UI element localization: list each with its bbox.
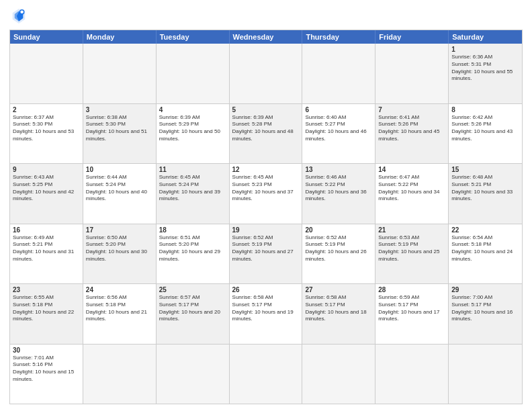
calendar-cell-empty [10, 44, 83, 103]
day-number: 25 [159, 286, 226, 293]
calendar-cell-empty [302, 345, 375, 404]
cell-sun-info: Sunrise: 6:49 AM Sunset: 5:21 PM Dayligh… [13, 234, 80, 263]
weekday-header-tuesday: Tuesday [157, 30, 230, 44]
weekday-header-friday: Friday [375, 30, 449, 44]
day-number: 27 [305, 286, 372, 293]
calendar-cell-12: 12Sunrise: 6:45 AM Sunset: 5:23 PM Dayli… [230, 164, 303, 224]
cell-sun-info: Sunrise: 6:53 AM Sunset: 5:19 PM Dayligh… [378, 234, 445, 263]
calendar-cell-17: 17Sunrise: 6:50 AM Sunset: 5:20 PM Dayli… [83, 224, 157, 284]
cell-sun-info: Sunrise: 6:37 AM Sunset: 5:30 PM Dayligh… [13, 114, 80, 143]
cell-sun-info: Sunrise: 6:36 AM Sunset: 5:31 PM Dayligh… [451, 54, 519, 83]
calendar-cell-19: 19Sunrise: 6:52 AM Sunset: 5:19 PM Dayli… [230, 224, 303, 284]
calendar-cell-27: 27Sunrise: 6:58 AM Sunset: 5:17 PM Dayli… [302, 284, 375, 344]
calendar-cell-20: 20Sunrise: 6:52 AM Sunset: 5:19 PM Dayli… [302, 224, 375, 284]
calendar-cell-4: 4Sunrise: 6:39 AM Sunset: 5:29 PM Daylig… [157, 104, 230, 164]
day-number: 28 [378, 286, 445, 293]
calendar-cell-5: 5Sunrise: 6:39 AM Sunset: 5:28 PM Daylig… [230, 104, 303, 164]
calendar-row-3: 16Sunrise: 6:49 AM Sunset: 5:21 PM Dayli… [10, 224, 522, 284]
calendar-cell-28: 28Sunrise: 6:59 AM Sunset: 5:17 PM Dayli… [375, 284, 449, 344]
day-number: 2 [13, 106, 80, 113]
calendar-row-2: 9Sunrise: 6:43 AM Sunset: 5:25 PM Daylig… [10, 163, 522, 224]
calendar-row-5: 30Sunrise: 7:01 AM Sunset: 5:16 PM Dayli… [10, 344, 522, 404]
cell-sun-info: Sunrise: 6:45 AM Sunset: 5:23 PM Dayligh… [232, 174, 300, 203]
weekday-header-sunday: Sunday [10, 30, 83, 44]
svg-point-3 [20, 10, 24, 13]
calendar-row-0: 1Sunrise: 6:36 AM Sunset: 5:31 PM Daylig… [10, 44, 522, 103]
day-number: 8 [451, 106, 519, 113]
day-number: 6 [305, 106, 372, 113]
weekday-header-saturday: Saturday [449, 30, 522, 44]
page: SundayMondayTuesdayWednesdayThursdayFrid… [0, 0, 532, 411]
calendar-cell-1: 1Sunrise: 6:36 AM Sunset: 5:31 PM Daylig… [449, 44, 522, 103]
cell-sun-info: Sunrise: 6:51 AM Sunset: 5:20 PM Dayligh… [159, 234, 226, 263]
cell-sun-info: Sunrise: 6:39 AM Sunset: 5:28 PM Dayligh… [232, 114, 300, 143]
day-number: 3 [86, 106, 153, 113]
cell-sun-info: Sunrise: 6:59 AM Sunset: 5:17 PM Dayligh… [378, 294, 445, 323]
cell-sun-info: Sunrise: 6:44 AM Sunset: 5:24 PM Dayligh… [86, 174, 153, 203]
cell-sun-info: Sunrise: 6:47 AM Sunset: 5:22 PM Dayligh… [378, 174, 445, 203]
calendar-cell-18: 18Sunrise: 6:51 AM Sunset: 5:20 PM Dayli… [157, 224, 230, 284]
calendar-cell-24: 24Sunrise: 6:56 AM Sunset: 5:18 PM Dayli… [83, 284, 157, 344]
cell-sun-info: Sunrise: 6:58 AM Sunset: 5:17 PM Dayligh… [232, 294, 300, 323]
day-number: 10 [86, 166, 153, 173]
calendar-cell-7: 7Sunrise: 6:41 AM Sunset: 5:26 PM Daylig… [375, 104, 449, 164]
cell-sun-info: Sunrise: 6:39 AM Sunset: 5:29 PM Dayligh… [159, 114, 226, 143]
day-number: 26 [232, 286, 300, 293]
day-number: 11 [159, 166, 226, 173]
calendar-cell-23: 23Sunrise: 6:55 AM Sunset: 5:18 PM Dayli… [10, 284, 83, 344]
cell-sun-info: Sunrise: 6:58 AM Sunset: 5:17 PM Dayligh… [305, 294, 372, 323]
day-number: 17 [86, 226, 153, 234]
cell-sun-info: Sunrise: 6:38 AM Sunset: 5:30 PM Dayligh… [86, 114, 153, 143]
cell-sun-info: Sunrise: 6:40 AM Sunset: 5:27 PM Dayligh… [305, 114, 372, 143]
cell-sun-info: Sunrise: 6:55 AM Sunset: 5:18 PM Dayligh… [13, 294, 80, 323]
calendar-header: SundayMondayTuesdayWednesdayThursdayFrid… [10, 30, 522, 44]
cell-sun-info: Sunrise: 6:52 AM Sunset: 5:19 PM Dayligh… [305, 234, 372, 263]
day-number: 18 [159, 226, 226, 234]
day-number: 21 [378, 226, 445, 234]
day-number: 7 [378, 106, 445, 113]
calendar: SundayMondayTuesdayWednesdayThursdayFrid… [9, 30, 523, 404]
calendar-cell-13: 13Sunrise: 6:46 AM Sunset: 5:22 PM Dayli… [302, 164, 375, 224]
calendar-cell-empty [449, 345, 522, 404]
day-number: 9 [13, 166, 80, 173]
generalblue-logo-icon [9, 7, 28, 26]
calendar-cell-empty [230, 345, 303, 404]
calendar-body: 1Sunrise: 6:36 AM Sunset: 5:31 PM Daylig… [10, 44, 522, 404]
cell-sun-info: Sunrise: 7:01 AM Sunset: 5:16 PM Dayligh… [13, 355, 80, 383]
calendar-cell-25: 25Sunrise: 6:57 AM Sunset: 5:17 PM Dayli… [157, 284, 230, 344]
calendar-cell-21: 21Sunrise: 6:53 AM Sunset: 5:19 PM Dayli… [375, 224, 449, 284]
day-number: 13 [305, 166, 372, 173]
calendar-cell-8: 8Sunrise: 6:42 AM Sunset: 5:26 PM Daylig… [449, 104, 522, 164]
cell-sun-info: Sunrise: 6:54 AM Sunset: 5:18 PM Dayligh… [451, 234, 519, 263]
day-number: 29 [451, 286, 519, 293]
cell-sun-info: Sunrise: 6:41 AM Sunset: 5:26 PM Dayligh… [378, 114, 445, 143]
cell-sun-info: Sunrise: 6:48 AM Sunset: 5:21 PM Dayligh… [451, 174, 519, 203]
calendar-cell-6: 6Sunrise: 6:40 AM Sunset: 5:27 PM Daylig… [302, 104, 375, 164]
cell-sun-info: Sunrise: 6:57 AM Sunset: 5:17 PM Dayligh… [159, 294, 226, 323]
calendar-cell-empty [83, 44, 157, 103]
cell-sun-info: Sunrise: 6:46 AM Sunset: 5:22 PM Dayligh… [305, 174, 372, 203]
calendar-cell-30: 30Sunrise: 7:01 AM Sunset: 5:16 PM Dayli… [10, 345, 83, 404]
calendar-cell-empty [157, 44, 230, 103]
weekday-header-wednesday: Wednesday [230, 30, 303, 44]
calendar-cell-empty [375, 345, 449, 404]
day-number: 1 [451, 46, 519, 53]
cell-sun-info: Sunrise: 6:52 AM Sunset: 5:19 PM Dayligh… [232, 234, 300, 263]
calendar-cell-empty [83, 345, 157, 404]
calendar-row-4: 23Sunrise: 6:55 AM Sunset: 5:18 PM Dayli… [10, 283, 522, 344]
calendar-cell-empty [230, 44, 303, 103]
day-number: 15 [451, 166, 519, 173]
cell-sun-info: Sunrise: 6:50 AM Sunset: 5:20 PM Dayligh… [86, 234, 153, 263]
day-number: 12 [232, 166, 300, 173]
logo [9, 7, 31, 26]
day-number: 23 [13, 286, 80, 293]
day-number: 16 [13, 226, 80, 234]
header [9, 7, 523, 26]
calendar-cell-empty [375, 44, 449, 103]
day-number: 19 [232, 226, 300, 234]
cell-sun-info: Sunrise: 6:43 AM Sunset: 5:25 PM Dayligh… [13, 174, 80, 203]
day-number: 24 [86, 286, 153, 293]
weekday-header-monday: Monday [83, 30, 157, 44]
day-number: 14 [378, 166, 445, 173]
calendar-cell-11: 11Sunrise: 6:45 AM Sunset: 5:24 PM Dayli… [157, 164, 230, 224]
